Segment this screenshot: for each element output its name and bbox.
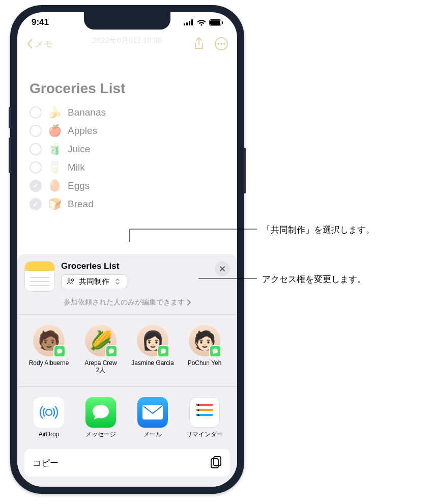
mode-label: 共同制作: [79, 277, 109, 287]
item-label: Apples: [68, 125, 97, 136]
avatar: 🧑🏽: [33, 325, 65, 356]
close-icon: [219, 266, 225, 272]
svg-rect-3: [191, 19, 193, 25]
screen: 9:41 メモ: [17, 12, 237, 487]
messages-badge-icon: [209, 345, 221, 357]
share-app-mail[interactable]: メール: [128, 397, 177, 438]
people-icon: [67, 278, 75, 285]
close-button[interactable]: [215, 261, 230, 276]
airdrop-icon: [34, 397, 64, 428]
mail-icon: [137, 397, 168, 428]
status-time: 9:41: [32, 17, 49, 27]
phone-frame: 9:41 メモ: [10, 5, 244, 494]
share-icon[interactable]: [193, 37, 205, 50]
item-emoji: 🍎: [48, 124, 62, 137]
copy-icon: [211, 456, 222, 469]
item-emoji: 🧃: [48, 143, 62, 156]
share-contact[interactable]: 🧑🏻PoChun Yeh: [180, 325, 229, 374]
chevron-left-icon: [26, 39, 33, 49]
avatar: 👩🏻: [137, 325, 168, 356]
checkbox[interactable]: [30, 198, 42, 210]
checkbox[interactable]: [30, 125, 42, 137]
avatar: 🌽: [85, 325, 117, 356]
notes-app-icon: [24, 261, 55, 292]
app-label: メール: [143, 431, 162, 438]
updown-icon: [113, 278, 122, 285]
contacts-row: 🧑🏽Rody Albuerne🌽Arepa Crew2人👩🏻Jasmine Ga…: [24, 322, 230, 379]
svg-point-8: [217, 43, 219, 44]
share-contact[interactable]: 👩🏻Jasmine Garcia: [128, 325, 177, 374]
item-label: Juice: [68, 144, 90, 155]
wifi-icon: [197, 19, 206, 26]
note-date: 2022年6月6日 10:30: [17, 36, 237, 45]
checklist-item[interactable]: 🥛Milk: [30, 161, 225, 174]
messages-badge-icon: [157, 345, 169, 357]
more-icon[interactable]: [215, 37, 228, 50]
item-emoji: 🥛: [48, 161, 62, 174]
item-emoji: 🍞: [48, 198, 62, 211]
app-label: リマインダー: [186, 431, 223, 438]
battery-icon: [209, 19, 223, 26]
item-label: Eggs: [68, 180, 90, 191]
share-contact[interactable]: 🌽Arepa Crew2人: [76, 325, 125, 374]
checklist-item[interactable]: 🥚Eggs: [30, 179, 225, 192]
svg-point-11: [46, 409, 52, 415]
svg-rect-0: [184, 23, 185, 25]
item-emoji: 🍌: [48, 106, 62, 119]
share-contact[interactable]: 🧑🏽Rody Albuerne: [24, 325, 73, 374]
svg-rect-14: [214, 457, 221, 466]
svg-rect-2: [189, 21, 190, 25]
access-label: 参加依頼された人のみが編集できます: [64, 298, 185, 307]
share-app-reminders[interactable]: リマインダー: [180, 397, 229, 438]
messages-icon: [85, 397, 116, 428]
checklist-item[interactable]: 🍎Apples: [30, 124, 225, 137]
item-emoji: 🥚: [48, 179, 62, 192]
callout-collaborate: 「共同制作」を選択します。: [262, 224, 374, 236]
checklist-item[interactable]: 🧃Juice: [30, 143, 225, 156]
svg-rect-13: [211, 459, 218, 468]
svg-rect-5: [210, 20, 220, 25]
checklist-item[interactable]: 🍌Bananas: [30, 106, 225, 119]
cellular-icon: [184, 19, 194, 25]
copy-label: コピー: [33, 457, 59, 469]
chevron-right-icon: [187, 299, 191, 305]
checklist-item[interactable]: 🍞Bread: [30, 198, 225, 211]
nav-bar: メモ: [17, 33, 237, 55]
callout-access: アクセス権を変更します。: [262, 273, 366, 285]
collaboration-mode-select[interactable]: 共同制作: [61, 274, 127, 289]
item-label: Bananas: [68, 107, 106, 118]
checklist: 🍌Bananas🍎Apples🧃Juice🥛Milk🥚Eggs🍞Bread: [30, 106, 225, 211]
checkbox[interactable]: [30, 161, 42, 174]
svg-rect-6: [222, 21, 223, 24]
app-label: AirDrop: [39, 431, 60, 438]
svg-point-7: [215, 38, 227, 50]
contact-name: Rody Albuerne: [29, 359, 69, 367]
svg-rect-1: [186, 22, 188, 25]
checkbox[interactable]: [30, 143, 42, 155]
app-label: メッセージ: [85, 431, 116, 438]
reminders-icon: [189, 397, 220, 428]
back-label: メモ: [35, 38, 53, 50]
sheet-title: Groceries List: [61, 261, 209, 271]
messages-badge-icon: [105, 345, 118, 357]
apps-row: AirDropメッセージメールリマインダー: [24, 394, 230, 443]
checkbox[interactable]: [30, 106, 42, 119]
share-app-airdrop[interactable]: AirDrop: [24, 397, 73, 438]
contact-name: Arepa Crew2人: [84, 359, 117, 374]
messages-badge-icon: [53, 345, 66, 357]
svg-point-10: [223, 43, 225, 44]
svg-point-9: [220, 43, 222, 44]
back-button[interactable]: メモ: [26, 38, 53, 50]
contact-name: Jasmine Garcia: [131, 359, 174, 367]
note-title: Groceries List: [30, 80, 225, 97]
item-label: Bread: [68, 199, 94, 210]
access-permission-row[interactable]: 参加依頼された人のみが編集できます: [24, 298, 230, 307]
copy-action[interactable]: コピー: [24, 449, 230, 477]
contact-name: PoChun Yeh: [188, 359, 222, 367]
item-label: Milk: [68, 162, 85, 173]
share-sheet: Groceries List 共同制作 参加依頼された人のみが編集できます: [17, 254, 237, 487]
checkbox[interactable]: [30, 180, 42, 192]
share-app-messages[interactable]: メッセージ: [76, 397, 125, 438]
avatar: 🧑🏻: [189, 325, 220, 356]
